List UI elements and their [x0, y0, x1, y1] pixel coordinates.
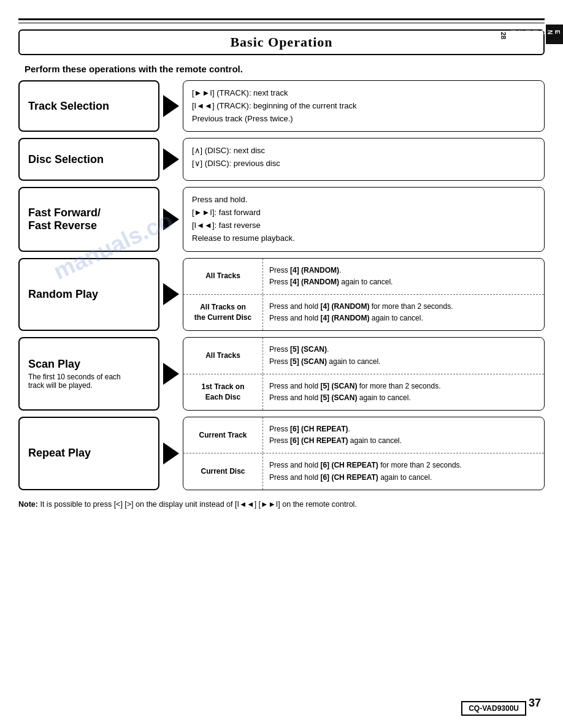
arrow-icon [163, 363, 179, 385]
page-subtitle: Perform these operations with the remote… [25, 64, 538, 74]
info-box-fast-forward: Press and hold.[►►I]: fast forward[I◄◄]:… [183, 187, 545, 251]
main-label: Disc Selection [28, 153, 150, 166]
info-box-random-play: All TracksPress [4] (RANDOM).Press [4] (… [183, 258, 545, 332]
info-sub-row: Current DiscPress and hold [6] (CH REPEA… [183, 453, 544, 489]
operation-row-scan-play: Scan PlayThe first 10 seconds of eachtra… [18, 337, 545, 411]
arrow-icon [163, 208, 179, 230]
info-sub-content: Press and hold [6] (CH REPEAT) for more … [263, 453, 544, 489]
label-box-track-selection: Track Selection [18, 80, 159, 132]
info-sub-label: Current Disc [183, 453, 263, 489]
note-section: Note: It is possible to press [<] [>] on… [18, 499, 545, 510]
operation-row-track-selection: Track Selection[►►I] (TRACK): next track… [18, 80, 545, 132]
label-box-disc-selection: Disc Selection [18, 138, 159, 181]
arrow-icon [163, 95, 179, 117]
info-content: Press and hold.[►►I]: fast forward[I◄◄]:… [183, 188, 544, 251]
info-sub-content: Press [5] (SCAN).Press [5] (SCAN) again … [263, 338, 544, 373]
note-text: It is possible to press [<] [>] on the d… [40, 500, 356, 509]
info-sub-label: All Tracks [183, 259, 263, 294]
info-box-track-selection: [►►I] (TRACK): next track[I◄◄] (TRACK): … [183, 80, 545, 132]
info-sub-label: All Tracks [183, 338, 263, 373]
info-content: [∧] (DISC): next disc[∨] (DISC): previou… [183, 138, 544, 176]
info-content: [►►I] (TRACK): next track[I◄◄] (TRACK): … [183, 81, 544, 131]
info-sub-row: All TracksPress [4] (RANDOM).Press [4] (… [183, 259, 544, 295]
main-label: Track Selection [28, 100, 150, 113]
page-number: 37 [529, 697, 541, 710]
info-sub-row: All TracksPress [5] (SCAN).Press [5] (SC… [183, 338, 544, 374]
info-sub-content: Press and hold [4] (RANDOM) for more tha… [263, 295, 544, 330]
arrow-disc-selection [159, 138, 183, 181]
operation-row-disc-selection: Disc Selection[∧] (DISC): next disc[∨] (… [18, 138, 545, 181]
main-label: Scan Play [28, 358, 150, 371]
arrow-icon [163, 283, 179, 305]
info-box-repeat-play: Current TrackPress [6] (CH REPEAT).Press… [183, 417, 545, 490]
info-sub-row: 1st Track onEach DiscPress and hold [5] … [183, 374, 544, 410]
info-sub-content: Press [4] (RANDOM).Press [4] (RANDOM) ag… [263, 259, 544, 294]
sub-label: The first 10 seconds of eachtrack will b… [28, 373, 150, 390]
operation-row-repeat-play: Repeat PlayCurrent TrackPress [6] (CH RE… [18, 417, 545, 490]
label-box-scan-play: Scan PlayThe first 10 seconds of eachtra… [18, 337, 159, 411]
side-tab: ENGLISH 28 [546, 25, 563, 44]
top-decoration [18, 18, 545, 23]
operation-row-fast-forward: Fast Forward/Fast ReversePress and hold.… [18, 187, 545, 251]
side-tab-lang: ENGLISH [509, 30, 561, 36]
info-sub-row: All Tracks onthe Current DiscPress and h… [183, 295, 544, 330]
model-number: CQ-VAD9300U [461, 701, 526, 716]
info-box-scan-play: All TracksPress [5] (SCAN).Press [5] (SC… [183, 337, 545, 411]
main-label: Random Play [28, 288, 150, 301]
arrow-fast-forward [159, 187, 183, 251]
page-title: Basic Operation [26, 34, 537, 50]
operation-row-random-play: Random PlayAll TracksPress [4] (RANDOM).… [18, 258, 545, 332]
arrow-icon [163, 442, 179, 464]
side-tab-page: 28 [497, 31, 509, 40]
title-box: Basic Operation [18, 29, 545, 55]
label-box-fast-forward: Fast Forward/Fast Reverse [18, 187, 159, 251]
info-sub-label: Current Track [183, 417, 263, 453]
operations-list: Track Selection[►►I] (TRACK): next track… [18, 80, 545, 490]
note-label: Note: [18, 500, 38, 509]
arrow-scan-play [159, 337, 183, 411]
info-sub-label: All Tracks onthe Current Disc [183, 295, 263, 330]
arrow-track-selection [159, 80, 183, 132]
info-sub-label: 1st Track onEach Disc [183, 374, 263, 410]
arrow-repeat-play [159, 417, 183, 490]
arrow-random-play [159, 258, 183, 332]
info-sub-content: Press [6] (CH REPEAT).Press [6] (CH REPE… [263, 417, 544, 453]
info-sub-row: Current TrackPress [6] (CH REPEAT).Press… [183, 417, 544, 453]
main-label: Repeat Play [28, 447, 150, 460]
label-box-random-play: Random Play [18, 258, 159, 332]
main-label: Fast Forward/Fast Reverse [28, 207, 150, 232]
arrow-icon [163, 148, 179, 170]
info-sub-content: Press and hold [5] (SCAN) for more than … [263, 374, 544, 410]
info-box-disc-selection: [∧] (DISC): next disc[∨] (DISC): previou… [183, 138, 545, 181]
label-box-repeat-play: Repeat Play [18, 417, 159, 490]
